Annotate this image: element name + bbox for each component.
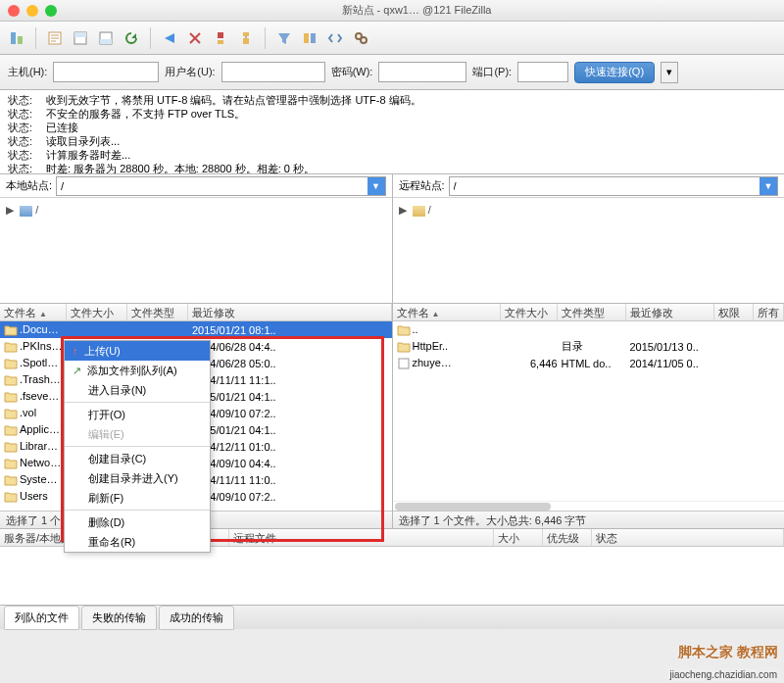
remote-tree[interactable]: ▶ / — [393, 198, 785, 303]
filter-icon[interactable] — [273, 27, 295, 49]
chevron-down-icon[interactable]: ▼ — [760, 177, 777, 195]
port-label: 端口(P): — [472, 65, 512, 79]
svg-rect-7 — [218, 32, 223, 38]
table-row[interactable]: HttpEr..目录2015/01/13 0.. — [393, 338, 785, 355]
local-tree[interactable]: ▶ / — [0, 198, 392, 303]
tab-failed[interactable]: 失败的传输 — [81, 606, 157, 630]
svg-rect-12 — [311, 33, 316, 43]
tree-split: 本地站点: ▼ ▶ / 远程站点: ▼ ▶ / — [0, 174, 784, 304]
window-title: 新站点 - qxw1… @121 FileZilla — [57, 3, 776, 18]
remote-status: 选择了 1 个文件。大小总共: 6,446 字节 — [393, 511, 785, 528]
remote-file-list[interactable]: ..HttpEr..目录2015/01/13 0..zhuye…6,446HTM… — [393, 321, 785, 501]
toggle-queue-icon[interactable] — [95, 27, 117, 49]
svg-rect-15 — [399, 359, 409, 368]
host-label: 主机(H): — [8, 65, 47, 79]
ctx-delete[interactable]: 删除(D) — [65, 512, 210, 532]
ctx-edit: 编辑(E) — [65, 424, 210, 444]
queue-tabs: 列队的文件 失败的传输 成功的传输 — [0, 606, 784, 629]
table-row[interactable]: .Docu…2015/01/21 08:1.. — [0, 321, 392, 338]
svg-rect-4 — [74, 32, 86, 37]
ctx-upload[interactable]: ↑上传(U) — [65, 341, 210, 361]
col-mtime[interactable]: 最近修改 — [626, 304, 714, 320]
disconnect-icon[interactable] — [210, 27, 231, 49]
quickconnect-button[interactable]: 快速连接(Q) — [574, 62, 655, 83]
svg-point-14 — [361, 37, 367, 43]
refresh-icon[interactable] — [121, 27, 142, 49]
footer-url: jiaocheng.chazidian.com — [666, 668, 780, 681]
local-tree-pane: 本地站点: ▼ ▶ / — [0, 174, 392, 303]
quickconnect-dropdown[interactable]: ▾ — [661, 62, 678, 83]
ctx-refresh[interactable]: 刷新(F) — [65, 488, 210, 508]
ctx-open[interactable]: 打开(O) — [65, 405, 210, 424]
col-type[interactable]: 文件类型 — [558, 304, 626, 320]
upload-arrow-icon: ↑ — [73, 345, 78, 357]
scrollbar[interactable] — [395, 503, 552, 511]
col-perm[interactable]: 权限 — [714, 304, 754, 320]
table-row[interactable]: zhuye…6,446HTML do..2014/11/05 0.. — [393, 355, 785, 371]
ctx-mkdir[interactable]: 创建目录(C) — [65, 449, 210, 468]
remote-site-label: 远程站点: — [399, 178, 445, 193]
user-label: 用户名(U): — [165, 65, 215, 79]
col-own[interactable]: 所有 — [754, 304, 785, 320]
search-icon[interactable] — [350, 27, 371, 49]
col-mtime[interactable]: 最近修改 — [188, 304, 392, 320]
log-panel: 状态: 收到无效字节，将禁用 UTF-8 编码。请在站点管理器中强制选择 UTF… — [0, 90, 784, 174]
remote-tree-pane: 远程站点: ▼ ▶ / — [393, 174, 785, 303]
remote-file-pane: 文件名 ▲ 文件大小 文件类型 最近修改 权限 所有 ..HttpEr..目录2… — [393, 304, 785, 528]
site-manager-icon[interactable] — [6, 27, 27, 49]
svg-rect-11 — [304, 33, 309, 43]
toggle-log-icon[interactable] — [44, 27, 66, 49]
maximize-icon[interactable] — [45, 5, 57, 17]
ctx-add-queue[interactable]: ↗添加文件到队列(A) — [65, 361, 210, 380]
qcol-remote[interactable]: 远程文件 — [229, 529, 494, 546]
close-icon[interactable] — [8, 5, 20, 17]
qcol-size[interactable]: 大小 — [494, 529, 543, 546]
titlebar: 新站点 - qxw1… @121 FileZilla — [0, 0, 784, 22]
quickconnect-bar: 主机(H): 用户名(U): 密码(W): 端口(P): 快速连接(Q) ▾ — [0, 55, 784, 90]
svg-rect-1 — [18, 36, 23, 44]
chevron-down-icon[interactable]: ▼ — [368, 177, 385, 195]
user-input[interactable] — [221, 62, 325, 82]
process-queue-icon[interactable] — [159, 27, 180, 49]
qcol-stat[interactable]: 状态 — [592, 529, 784, 546]
pass-label: 密码(W): — [331, 65, 373, 79]
local-site-label: 本地站点: — [6, 178, 52, 193]
minimize-icon[interactable] — [26, 5, 38, 17]
watermark: 脚本之家 教程网 — [678, 644, 778, 661]
ctx-mkdir-enter[interactable]: 创建目录并进入(Y) — [65, 468, 210, 488]
toolbar — [0, 22, 784, 55]
col-type[interactable]: 文件类型 — [127, 304, 188, 320]
qcol-pri[interactable]: 优先级 — [543, 529, 592, 546]
col-size[interactable]: 文件大小 — [67, 304, 127, 320]
ctx-rename[interactable]: 重命名(R) — [65, 532, 210, 552]
context-menu: ↑上传(U) ↗添加文件到队列(A) 进入目录(N) 打开(O) 编辑(E) 创… — [64, 340, 211, 553]
col-name[interactable]: 文件名 ▲ — [393, 304, 501, 320]
traffic-lights — [8, 5, 57, 17]
svg-rect-8 — [218, 40, 223, 44]
host-input[interactable] — [53, 62, 159, 82]
reconnect-icon[interactable] — [235, 27, 257, 49]
svg-rect-10 — [243, 38, 249, 44]
svg-rect-9 — [243, 32, 249, 36]
add-queue-icon: ↗ — [73, 365, 81, 377]
cancel-icon[interactable] — [184, 27, 206, 49]
col-name[interactable]: 文件名 ▲ — [0, 304, 67, 320]
svg-rect-6 — [100, 39, 112, 44]
table-row[interactable]: .. — [393, 321, 785, 338]
ctx-enter[interactable]: 进入目录(N) — [65, 380, 210, 400]
remote-path-input[interactable] — [450, 177, 777, 195]
pass-input[interactable] — [378, 62, 466, 82]
svg-rect-0 — [11, 32, 16, 44]
port-input[interactable] — [517, 62, 568, 82]
sync-browsing-icon[interactable] — [324, 27, 346, 49]
col-size[interactable]: 文件大小 — [501, 304, 558, 320]
tab-queue[interactable]: 列队的文件 — [4, 606, 79, 630]
compare-icon[interactable] — [299, 27, 320, 49]
local-path-input[interactable] — [57, 177, 384, 195]
toggle-tree-icon[interactable] — [70, 27, 91, 49]
tab-success[interactable]: 成功的传输 — [159, 606, 234, 630]
